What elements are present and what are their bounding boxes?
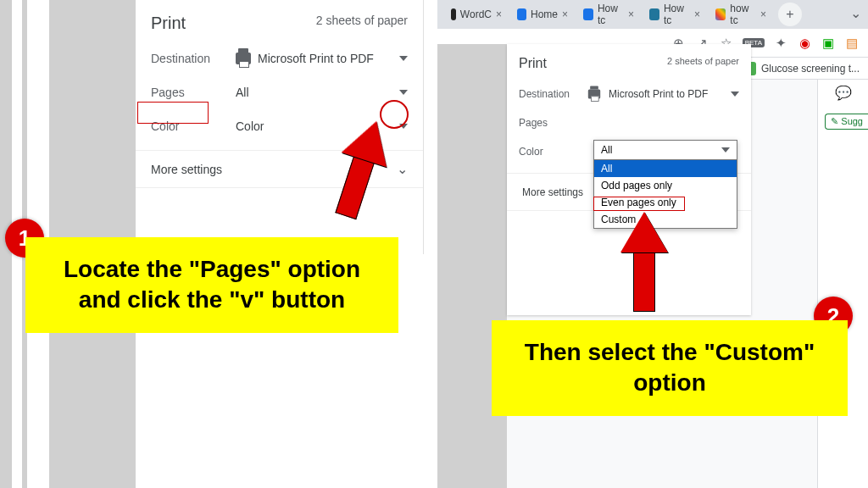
- more-settings-label: More settings: [151, 163, 222, 176]
- pages-value: All: [236, 86, 249, 99]
- doc-gutter-right: [437, 44, 507, 488]
- pages-label: Pages: [519, 117, 587, 129]
- annotation-box-custom: [593, 197, 685, 211]
- browser-tab[interactable]: WordC×: [444, 3, 509, 26]
- pages-dropdown-selected[interactable]: All: [594, 141, 737, 160]
- favicon-icon: [583, 8, 593, 20]
- puzzle-icon[interactable]: ✦: [773, 36, 788, 51]
- sheet-count: 2 sheets of paper: [667, 56, 739, 71]
- chat-icon[interactable]: 💬: [835, 85, 852, 101]
- favicon-icon: [451, 8, 456, 20]
- favicon-icon: [517, 8, 526, 20]
- extension-icon[interactable]: ▤: [844, 36, 860, 51]
- browser-tab[interactable]: Home×: [510, 3, 575, 26]
- pages-row[interactable]: Pages: [507, 108, 751, 137]
- close-icon[interactable]: ×: [628, 8, 634, 20]
- extension-icon[interactable]: ▣: [821, 36, 836, 51]
- color-label: Color: [519, 146, 587, 158]
- close-icon[interactable]: ×: [562, 8, 568, 20]
- destination-label: Destination: [151, 52, 236, 65]
- annotation-box-pages: [137, 102, 209, 124]
- printer-icon: [236, 53, 251, 64]
- new-tab-button[interactable]: +: [778, 3, 802, 26]
- close-icon[interactable]: ×: [694, 8, 700, 20]
- pages-label: Pages: [151, 86, 236, 99]
- destination-value: Microsoft Print to PDF: [609, 88, 708, 100]
- tab-label: How tc: [598, 3, 624, 26]
- extension-icon[interactable]: ◉: [797, 36, 812, 51]
- printer-icon: [588, 89, 600, 98]
- callout-step-1: Locate the "Pages" option and click the …: [25, 237, 398, 333]
- pages-option-all[interactable]: All: [594, 160, 737, 177]
- close-icon[interactable]: ×: [760, 8, 766, 20]
- doc-right-rail: 💬 📹: [817, 80, 868, 488]
- favicon-icon: [715, 8, 726, 20]
- tab-label: WordC: [460, 8, 492, 20]
- pages-option-odd[interactable]: Odd pages only: [594, 177, 737, 194]
- close-icon[interactable]: ×: [496, 8, 502, 20]
- color-value: Color: [236, 119, 264, 133]
- chevron-down-icon[interactable]: [731, 92, 739, 97]
- print-title: Print: [519, 56, 547, 71]
- annotation-arrow: [620, 212, 668, 312]
- chevron-down-icon: [721, 147, 730, 152]
- destination-row[interactable]: Destination Microsoft Print to PDF: [136, 42, 423, 75]
- print-title: Print: [151, 14, 186, 33]
- browser-tab[interactable]: how tc×: [709, 3, 773, 26]
- tab-label: how tc: [730, 3, 756, 26]
- pages-dropdown-icon[interactable]: [399, 90, 408, 95]
- browser-tab[interactable]: How tc×: [643, 3, 707, 26]
- pages-selected-value: All: [601, 144, 612, 156]
- sheet-count: 2 sheets of paper: [316, 14, 408, 33]
- more-settings-label: More settings: [522, 186, 583, 198]
- destination-value: Microsoft Print to PDF: [258, 52, 374, 65]
- browser-tab[interactable]: How tc×: [576, 3, 641, 26]
- tab-overflow-icon[interactable]: ⌄: [850, 5, 861, 21]
- callout-step-2: Then select the "Custom" option: [492, 320, 848, 416]
- destination-label: Destination: [519, 88, 587, 100]
- tab-label: Home: [531, 8, 558, 20]
- chevron-down-icon: ⌄: [397, 161, 408, 177]
- suggesting-badge[interactable]: ✎ Sugg: [825, 114, 868, 130]
- chevron-down-icon[interactable]: [399, 56, 408, 61]
- tab-label: How tc: [664, 3, 690, 26]
- tab-strip: WordC× Home× How tc× How tc× how tc× +: [437, 0, 868, 29]
- destination-row[interactable]: Destination Microsoft Print to PDF: [507, 80, 751, 108]
- bookmark-item[interactable]: Glucose screening t...: [761, 63, 860, 75]
- favicon-icon: [649, 8, 659, 20]
